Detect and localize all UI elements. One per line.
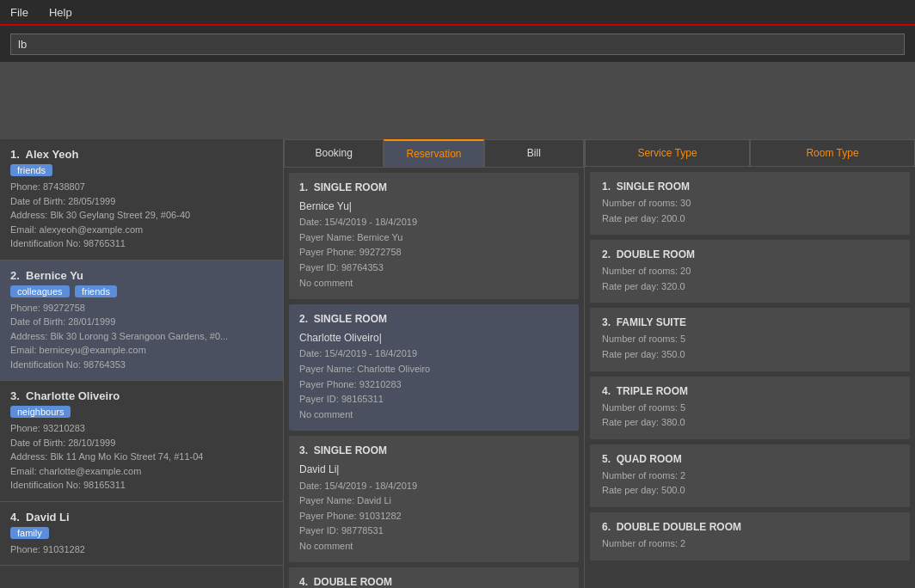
res-title-4: 4. DOUBLE ROOM <box>299 576 568 588</box>
reservations-content: 1. SINGLE ROOM Bernice Yu| Date: 15/4/20… <box>284 168 584 588</box>
tab-service-type[interactable]: Service Type <box>585 139 750 166</box>
res-title-2: 2. SINGLE ROOM <box>299 313 568 325</box>
tab-bill[interactable]: Bill <box>484 139 584 167</box>
person-detail: Phone: 91031282 <box>10 542 273 557</box>
service-type-title-2: 2. DOUBLE ROOM <box>602 248 898 260</box>
service-type-card-5[interactable]: 5. QUAD ROOM Number of rooms: 2 Rate per… <box>590 444 910 507</box>
reservation-card-4[interactable]: 4. DOUBLE ROOM <box>289 567 579 588</box>
help-menu[interactable]: Help <box>46 4 76 21</box>
reservation-card-3[interactable]: 3. SINGLE ROOM David Li| Date: 15/4/2019… <box>289 436 579 562</box>
person-detail: Phone: 87438807 Date of Birth: 28/05/199… <box>10 180 273 251</box>
tab-bar: Booking Reservation Bill <box>284 139 584 168</box>
tag-friends: friends <box>10 164 52 176</box>
person-card-bernice-yu[interactable]: 2. Bernice Yu colleagues friends Phone: … <box>0 260 283 382</box>
person-card-david-li[interactable]: 4. David Li family Phone: 91031282 <box>0 502 283 567</box>
service-type-title-1: 1. SINGLE ROOM <box>602 181 898 193</box>
res-detail-2: Charlotte Oliveiro| Date: 15/4/2019 - 18… <box>299 330 568 422</box>
service-type-card-6[interactable]: 6. DOUBLE DOUBLE ROOM Number of rooms: 2 <box>590 512 910 560</box>
service-type-detail-6: Number of rooms: 2 <box>602 536 898 552</box>
person-name: 1. Alex Yeoh <box>10 148 273 161</box>
people-panel: 1. Alex Yeoh friends Phone: 87438807 Dat… <box>0 139 284 588</box>
service-type-detail-5: Number of rooms: 2 Rate per day: 500.0 <box>602 469 898 499</box>
service-type-detail-3: Number of rooms: 5 Rate per day: 350.0 <box>602 332 898 362</box>
tag-friends: friends <box>75 285 117 297</box>
service-type-detail-1: Number of rooms: 30 Rate per day: 200.0 <box>602 196 898 226</box>
reservation-card-1[interactable]: 1. SINGLE ROOM Bernice Yu| Date: 15/4/20… <box>289 173 579 299</box>
tab-room-type[interactable]: Room Type <box>750 139 915 166</box>
service-type-card-1[interactable]: 1. SINGLE ROOM Number of rooms: 30 Rate … <box>590 172 910 235</box>
res-detail-1: Bernice Yu| Date: 15/4/2019 - 18/4/2019 … <box>299 199 568 291</box>
person-name: 2. Bernice Yu <box>10 269 273 282</box>
tag-family: family <box>10 527 49 539</box>
res-title-3: 3. SINGLE ROOM <box>299 444 568 456</box>
service-type-card-4[interactable]: 4. TRIPLE ROOM Number of rooms: 5 Rate p… <box>590 377 910 439</box>
person-detail: Phone: 93210283 Date of Birth: 28/10/199… <box>10 421 273 493</box>
res-title-1: 1. SINGLE ROOM <box>299 181 568 193</box>
person-name: 3. Charlotte Oliveiro <box>10 389 273 402</box>
reservations-panel: Booking Reservation Bill 1. SINGLE ROOM … <box>284 139 585 588</box>
tag-colleagues: colleagues <box>10 285 70 297</box>
right-tab-bar: Service Type Room Type <box>585 139 915 167</box>
person-name: 4. David Li <box>10 511 273 524</box>
service-type-card-2[interactable]: 2. DOUBLE ROOM Number of rooms: 20 Rate … <box>590 240 910 303</box>
service-type-title-4: 4. TRIPLE ROOM <box>602 385 898 397</box>
service-type-detail-4: Number of rooms: 5 Rate per day: 380.0 <box>602 401 898 431</box>
service-type-title-5: 5. QUAD ROOM <box>602 453 898 465</box>
tab-reservation[interactable]: Reservation <box>384 139 483 167</box>
res-detail-3: David Li| Date: 15/4/2019 - 18/4/2019 Pa… <box>299 462 568 554</box>
file-menu[interactable]: File <box>7 4 32 21</box>
right-panel: Service Type Room Type 1. SINGLE ROOM Nu… <box>585 139 915 588</box>
person-card-alex-yeoh[interactable]: 1. Alex Yeoh friends Phone: 87438807 Dat… <box>0 139 283 260</box>
tag-neighbours: neighbours <box>10 406 71 418</box>
menu-bar: File Help <box>0 0 915 26</box>
person-card-charlotte-oliveiro[interactable]: 3. Charlotte Oliveiro neighbours Phone: … <box>0 381 283 502</box>
tab-booking[interactable]: Booking <box>284 139 384 167</box>
service-type-card-3[interactable]: 3. FAMILY SUITE Number of rooms: 5 Rate … <box>590 308 910 371</box>
map-area <box>0 62 915 139</box>
service-type-title-3: 3. FAMILY SUITE <box>602 316 898 328</box>
main-content: 1. Alex Yeoh friends Phone: 87438807 Dat… <box>0 139 915 588</box>
person-detail: Phone: 99272758 Date of Birth: 28/01/199… <box>10 301 273 372</box>
service-type-detail-2: Number of rooms: 20 Rate per day: 320.0 <box>602 264 898 294</box>
search-input[interactable] <box>10 34 905 55</box>
search-bar <box>0 26 915 62</box>
service-types-content: 1. SINGLE ROOM Number of rooms: 30 Rate … <box>585 167 915 588</box>
reservation-card-2[interactable]: 2. SINGLE ROOM Charlotte Oliveiro| Date:… <box>289 304 579 431</box>
service-type-title-6: 6. DOUBLE DOUBLE ROOM <box>602 521 898 533</box>
